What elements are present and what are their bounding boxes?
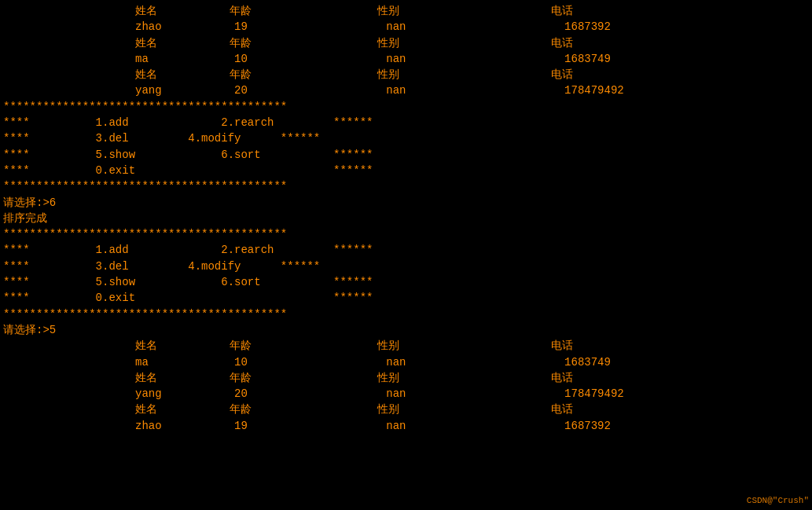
data-row-zhao-1: zhao 19 nan 1687392 henan [3, 19, 809, 35]
data-row-ma-2: ma 10 nan 1683749 anhui [3, 354, 809, 370]
data-row-zhao-2: zhao 19 nan 1687392 henan [3, 418, 809, 434]
col-header-2: 姓名 年龄 性别 电话 地址 [3, 35, 809, 51]
sort-status: 排序完成 [3, 211, 809, 226]
menu2-item-exit: **** 0.exit ****** [3, 290, 809, 306]
col-header-6: 姓名 年龄 性别 电话 地址 [3, 402, 809, 417]
menu1-item-exit: **** 0.exit ****** [3, 163, 809, 178]
col-header-3: 姓名 年龄 性别 电话 地址 [3, 67, 809, 83]
data-row-yang-1: yang 20 nan 178479492 jinzhou [3, 83, 809, 98]
separator-1: ****************************************… [3, 99, 809, 115]
prompt-1: 请选择:>6 [3, 195, 809, 211]
separator-2: ****************************************… [3, 178, 809, 194]
menu1-item-del: **** 3.del 4.modify ****** [3, 130, 809, 146]
col-header-4: 姓名 年龄 性别 电话 地址 [3, 338, 809, 354]
separator-3: ****************************************… [3, 226, 809, 242]
terminal-window: 姓名 年龄 性别 电话 地址 zhao 19 nan 168739 [0, 3, 812, 434]
data-row-yang-2: yang 20 nan 178479492 jinzhou [3, 386, 809, 402]
prompt-2: 请选择:>5 [3, 322, 809, 338]
col-header-1: 姓名 年龄 性别 电话 地址 [3, 3, 809, 19]
data-row-ma-1: ma 10 nan 1683749 anhui [3, 51, 809, 67]
separator-4: ****************************************… [3, 306, 809, 322]
menu1-item-show: **** 5.show 6.sort ****** [3, 147, 809, 163]
menu2-item-add: **** 1.add 2.rearch ****** [3, 242, 809, 258]
col-header-5: 姓名 年龄 性别 电话 地址 [3, 370, 809, 386]
menu1-item-add: **** 1.add 2.rearch ****** [3, 115, 809, 130]
menu2-item-show: **** 5.show 6.sort ****** [3, 274, 809, 290]
menu2-item-del: **** 3.del 4.modify ****** [3, 259, 809, 274]
watermark: CSDN@"Crush" [747, 494, 809, 508]
